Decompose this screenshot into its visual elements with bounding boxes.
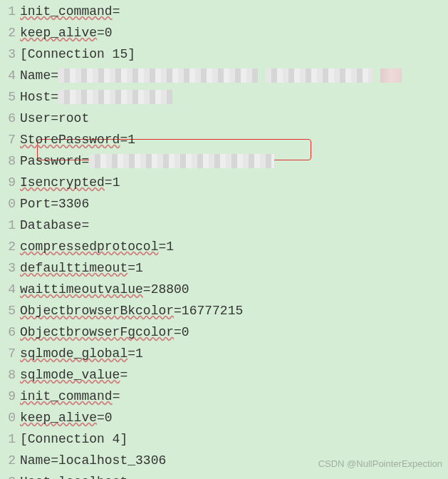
code-line: init_command= (20, 1, 448, 22)
redacted-text (58, 68, 258, 83)
redacted-password (89, 154, 274, 168)
line-number: 2 (0, 22, 16, 43)
code-line: init_command= (20, 386, 448, 407)
code-line: [Connection 4] (20, 428, 448, 450)
code-area[interactable]: init_command= keep_alive=0 [Connection 1… (20, 0, 448, 479)
line-number: 6 (0, 108, 16, 129)
code-line: waittimeoutvalue=28800 (20, 279, 448, 300)
code-line: compressedprotocol=1 (20, 236, 448, 257)
code-line: Password= (20, 150, 448, 172)
line-number: 1 (0, 428, 16, 450)
line-number: 3 (0, 257, 16, 279)
code-line: Isencrypted=1 (20, 172, 448, 193)
line-number: 7 (0, 129, 16, 150)
code-line: StorePassword=1 (20, 129, 448, 150)
code-line: [Connection 15] (20, 43, 448, 65)
line-number: 3 (0, 471, 16, 479)
line-number: 0 (0, 407, 16, 428)
line-number: 2 (0, 450, 16, 471)
code-line: Name= (20, 65, 448, 86)
line-number: 0 (0, 193, 16, 215)
code-line: defaulttimeout=1 (20, 257, 448, 279)
line-number: 8 (0, 150, 16, 172)
code-line: User=root (20, 108, 448, 129)
code-line: sqlmode_global=1 (20, 343, 448, 364)
line-number-gutter: 1 2 3 4 5 6 7 8 9 0 1 2 3 4 5 6 7 8 9 0 … (0, 0, 20, 479)
line-number: 3 (0, 43, 16, 65)
line-number: 5 (0, 86, 16, 108)
code-line: keep_alive=0 (20, 407, 448, 428)
line-number: 4 (0, 65, 16, 86)
code-line: Database= (20, 215, 448, 236)
line-number: 2 (0, 236, 16, 257)
redacted-text (266, 68, 373, 83)
line-number: 4 (0, 279, 16, 300)
line-number: 1 (0, 1, 16, 22)
code-editor: 1 2 3 4 5 6 7 8 9 0 1 2 3 4 5 6 7 8 9 0 … (0, 0, 448, 479)
line-number: 6 (0, 321, 16, 343)
code-line: Name=localhost_3306 (20, 450, 448, 471)
code-line: Port=3306 (20, 193, 448, 215)
line-number: 9 (0, 172, 16, 193)
code-line: ObjectbrowserFgcolor=0 (20, 321, 448, 343)
redacted-text (380, 68, 402, 83)
code-line: sqlmode_value= (20, 364, 448, 386)
code-line: keep_alive=0 (20, 22, 448, 43)
line-number: 9 (0, 386, 16, 407)
code-line: Host=localhost (20, 471, 448, 479)
redacted-text (58, 90, 172, 104)
code-line: ObjectbrowserBkcolor=16777215 (20, 300, 448, 321)
line-number: 1 (0, 215, 16, 236)
line-number: 8 (0, 364, 16, 386)
line-number: 5 (0, 300, 16, 321)
line-number: 7 (0, 343, 16, 364)
code-line: Host= (20, 86, 448, 108)
